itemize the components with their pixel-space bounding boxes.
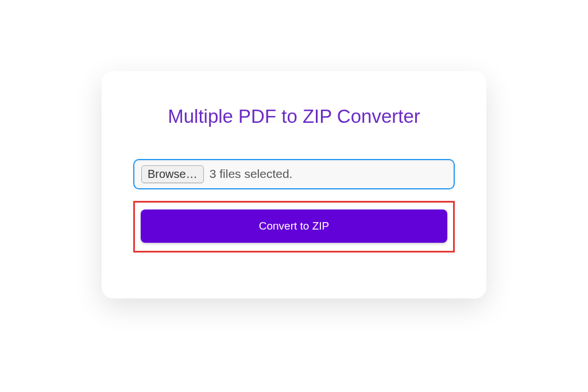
page-title: Multiple PDF to ZIP Converter — [133, 106, 455, 127]
file-input-field[interactable]: Browse… 3 files selected. — [133, 159, 455, 189]
file-selection-status: 3 files selected. — [210, 167, 293, 181]
converter-card: Multiple PDF to ZIP Converter Browse… 3 … — [102, 71, 486, 298]
highlight-annotation: Convert to ZIP — [133, 201, 455, 253]
browse-button[interactable]: Browse… — [141, 165, 204, 183]
convert-to-zip-button[interactable]: Convert to ZIP — [141, 209, 447, 243]
